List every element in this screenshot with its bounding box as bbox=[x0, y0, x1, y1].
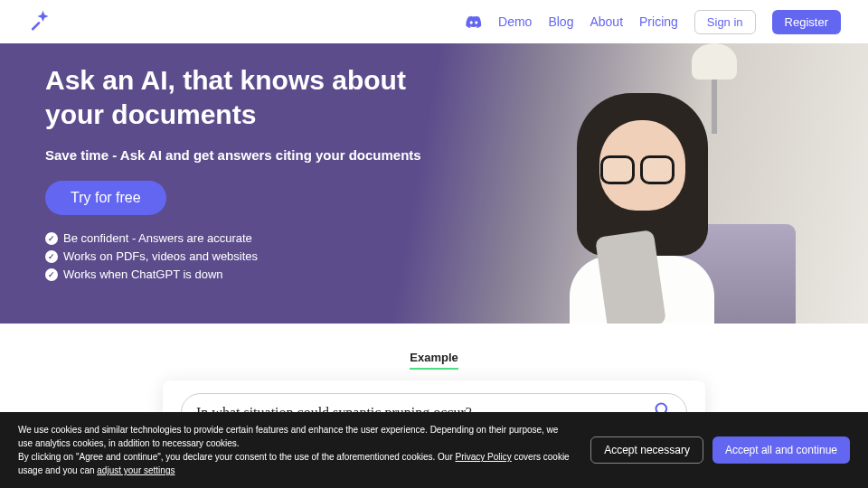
try-free-button[interactable]: Try for free bbox=[45, 181, 166, 215]
privacy-policy-link[interactable]: Privacy Policy bbox=[456, 452, 512, 462]
feature-item: ✓Works when ChatGPT is down bbox=[45, 267, 452, 281]
cookie-line1: We use cookies and similar technologies … bbox=[18, 425, 558, 448]
feature-item: ✓Be confident - Answers are accurate bbox=[45, 231, 452, 245]
star-wand-icon bbox=[27, 9, 52, 34]
feature-list: ✓Be confident - Answers are accurate ✓Wo… bbox=[45, 231, 452, 281]
feature-text: Be confident - Answers are accurate bbox=[63, 231, 252, 245]
check-icon: ✓ bbox=[45, 232, 58, 245]
nav-demo[interactable]: Demo bbox=[498, 14, 532, 29]
register-button[interactable]: Register bbox=[772, 10, 841, 34]
feature-text: Works when ChatGPT is down bbox=[63, 267, 223, 281]
example-tab[interactable]: Example bbox=[410, 351, 458, 370]
hero-content: Ask an AI, that knows about your documen… bbox=[0, 43, 497, 305]
cookie-buttons: Accept necessary Accept all and continue bbox=[590, 436, 850, 464]
nav-pricing[interactable]: Pricing bbox=[639, 14, 678, 29]
cookie-line2a: By clicking on "Agree and continue", you… bbox=[18, 452, 456, 462]
accept-necessary-button[interactable]: Accept necessary bbox=[590, 436, 703, 464]
check-icon: ✓ bbox=[45, 268, 58, 281]
cookie-banner: We use cookies and similar technologies … bbox=[0, 412, 868, 488]
accept-all-button[interactable]: Accept all and continue bbox=[712, 436, 850, 464]
signin-button[interactable]: Sign in bbox=[694, 10, 756, 34]
discord-icon[interactable] bbox=[466, 15, 482, 28]
feature-item: ✓Works on PDFs, videos and websites bbox=[45, 249, 452, 263]
check-icon: ✓ bbox=[45, 250, 58, 263]
hero-title: Ask an AI, that knows about your documen… bbox=[45, 63, 452, 131]
logo[interactable] bbox=[27, 9, 52, 34]
hero-section: Ask an AI, that knows about your documen… bbox=[0, 43, 868, 324]
svg-rect-0 bbox=[31, 22, 41, 32]
nav-about[interactable]: About bbox=[590, 14, 623, 29]
nav: Demo Blog About Pricing Sign in Register bbox=[466, 10, 841, 34]
hero-subtitle: Save time - Ask AI and get answers citin… bbox=[45, 147, 452, 163]
cookie-text: We use cookies and similar technologies … bbox=[18, 423, 572, 477]
adjust-settings-link[interactable]: adjust your settings bbox=[97, 465, 175, 475]
feature-text: Works on PDFs, videos and websites bbox=[63, 249, 258, 263]
nav-blog[interactable]: Blog bbox=[548, 14, 573, 29]
header: Demo Blog About Pricing Sign in Register bbox=[0, 0, 868, 43]
person-graphic bbox=[515, 70, 769, 324]
